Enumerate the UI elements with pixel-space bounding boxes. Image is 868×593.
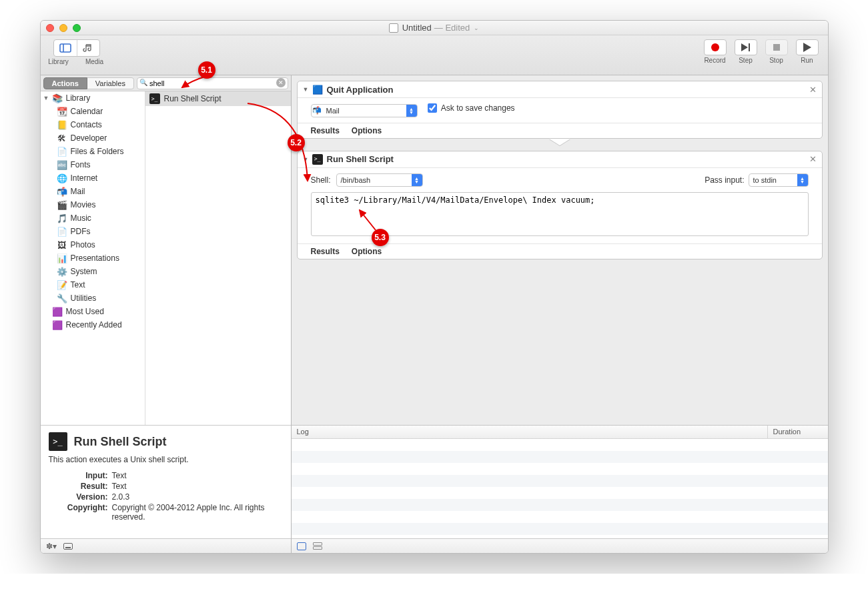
media-label: Media — [83, 58, 106, 65]
pass-input-popup[interactable]: to stdin ▲▼ — [749, 173, 809, 187]
smart-folder-icon: 🟪 — [52, 306, 63, 317]
run-button[interactable] — [796, 39, 819, 55]
titlebar: Untitled — Edited ⌄ — [41, 21, 828, 35]
document-icon — [389, 23, 398, 33]
step-icon — [741, 43, 748, 51]
search-input[interactable] — [137, 77, 288, 89]
action-card-quit-application: ▼ 🟦 Quit Application ✕ 📬 Mail ▲▼ — [297, 81, 823, 139]
remove-action-button[interactable]: ✕ — [809, 154, 817, 164]
workflow-canvas[interactable]: ▼ 🟦 Quit Application ✕ 📬 Mail ▲▼ — [292, 75, 828, 425]
ask-save-input[interactable] — [428, 103, 437, 113]
tree-music[interactable]: 🎵Music — [41, 211, 145, 225]
annotation-5-2: 5.2 — [288, 134, 305, 151]
info-pane: >_ Run Shell Script This action executes… — [41, 425, 291, 538]
stop-icon — [773, 44, 780, 51]
ask-save-checkbox[interactable]: Ask to save changes — [428, 103, 515, 113]
log-column-log[interactable]: Log — [292, 426, 768, 438]
card-title: Quit Application — [327, 85, 394, 95]
library-media-group: Library Media — [47, 39, 106, 65]
tree-internet[interactable]: 🌐Internet — [41, 171, 145, 185]
presentations-icon: 📊 — [57, 253, 67, 263]
log-rows[interactable] — [292, 439, 828, 538]
record-button[interactable] — [704, 39, 727, 55]
left-status-bar: ✽▾ — [41, 538, 291, 553]
run-label: Run — [801, 57, 813, 64]
automator-window: Untitled — Edited ⌄ Library Media Record — [40, 20, 829, 554]
library-label: Library — [47, 58, 70, 65]
pass-input-label: Pass input: — [705, 175, 744, 185]
tree-fonts[interactable]: 🔤Fonts — [41, 158, 145, 171]
options-tab[interactable]: Options — [352, 247, 382, 256]
log-column-duration[interactable]: Duration — [768, 426, 828, 438]
pdfs-icon: 📄 — [57, 226, 67, 237]
system-icon: ⚙️ — [57, 266, 67, 277]
tree-utilities[interactable]: 🔧Utilities — [41, 291, 145, 305]
library-root[interactable]: ▼📚Library — [41, 91, 145, 105]
tree-most-used[interactable]: 🟪Most Used — [41, 305, 145, 318]
tree-pdfs[interactable]: 📄PDFs — [41, 225, 145, 238]
action-connector — [297, 139, 823, 148]
contacts-icon: 📒 — [57, 119, 67, 130]
tree-recently-added[interactable]: 🟪Recently Added — [41, 318, 145, 332]
right-status-bar — [292, 538, 828, 553]
svg-rect-0 — [60, 44, 71, 52]
chevron-updown-icon: ▲▼ — [412, 174, 422, 186]
remove-action-button[interactable]: ✕ — [809, 85, 817, 95]
toolbar: Library Media Record Step Stop Run — [41, 35, 828, 75]
tree-mail[interactable]: 📬Mail — [41, 185, 145, 198]
internet-icon: 🌐 — [57, 173, 67, 183]
annotation-arrow-5-2 — [241, 101, 328, 194]
tab-variables[interactable]: Variables — [87, 77, 134, 89]
stop-button[interactable] — [765, 39, 788, 55]
chevron-updown-icon: ▲▼ — [797, 174, 808, 186]
view-mode-list-button[interactable] — [297, 542, 306, 550]
window-title-text: Untitled — [402, 23, 432, 33]
title-dropdown-caret[interactable]: ⌄ — [474, 25, 479, 31]
tree-presentations[interactable]: 📊Presentations — [41, 251, 145, 265]
results-tab[interactable]: Results — [311, 247, 340, 256]
shell-popup[interactable]: /bin/bash ▲▼ — [336, 173, 423, 187]
card-title: Run Shell Script — [327, 154, 394, 164]
photos-icon: 🖼 — [57, 239, 67, 250]
library-button[interactable] — [54, 40, 77, 56]
terminal-icon: >_ — [149, 93, 160, 104]
search-field: 🔍 ✕ — [137, 77, 288, 89]
utilities-icon: 🔧 — [57, 293, 67, 304]
library-tree[interactable]: ▼📚Library 📆Calendar 📒Contacts 🛠Developer… — [41, 91, 145, 425]
tree-contacts[interactable]: 📒Contacts — [41, 118, 145, 131]
view-mode-grid-button[interactable] — [313, 542, 322, 550]
options-tab[interactable]: Options — [352, 126, 382, 135]
tab-actions[interactable]: Actions — [43, 77, 87, 89]
disclosure-triangle[interactable]: ▼ — [303, 86, 308, 93]
workflow-pane: ▼ 🟦 Quit Application ✕ 📬 Mail ▲▼ — [292, 75, 828, 553]
chevron-updown-icon: ▲▼ — [406, 105, 417, 117]
log-pane: Log Duration — [292, 425, 828, 538]
edited-indicator: — Edited — [434, 23, 470, 33]
tree-calendar[interactable]: 📆Calendar — [41, 105, 145, 118]
annotation-5-3: 5.3 — [372, 229, 389, 246]
toggle-description-button[interactable] — [63, 543, 73, 550]
tree-files-folders[interactable]: 📄Files & Folders — [41, 145, 145, 158]
tree-movies[interactable]: 🎬Movies — [41, 198, 145, 211]
search-icon: 🔍 — [139, 79, 147, 86]
fonts-icon: 🔤 — [57, 159, 67, 170]
terminal-icon: >_ — [49, 432, 67, 451]
music-icon: 🎵 — [57, 213, 67, 223]
annotation-5-1: 5.1 — [198, 61, 215, 79]
tree-photos[interactable]: 🖼Photos — [41, 238, 145, 251]
clear-search-button[interactable]: ✕ — [276, 78, 286, 87]
files-icon: 📄 — [57, 146, 67, 157]
tree-system[interactable]: ⚙️System — [41, 265, 145, 278]
gear-menu[interactable]: ✽▾ — [46, 542, 57, 551]
log-header: Log Duration — [292, 426, 828, 439]
quit-app-icon: 🟦 — [312, 84, 323, 95]
media-button[interactable] — [77, 40, 99, 56]
developer-icon: 🛠 — [57, 133, 67, 143]
run-controls: Record Step Stop Run — [704, 39, 819, 64]
library-tabs: Actions Variables — [43, 77, 134, 89]
step-button[interactable] — [735, 39, 757, 55]
tree-developer[interactable]: 🛠Developer — [41, 131, 145, 145]
info-description: This action executes a Unix shell script… — [49, 455, 283, 464]
smart-folder-icon: 🟪 — [52, 320, 63, 330]
tree-text[interactable]: 📝Text — [41, 278, 145, 291]
